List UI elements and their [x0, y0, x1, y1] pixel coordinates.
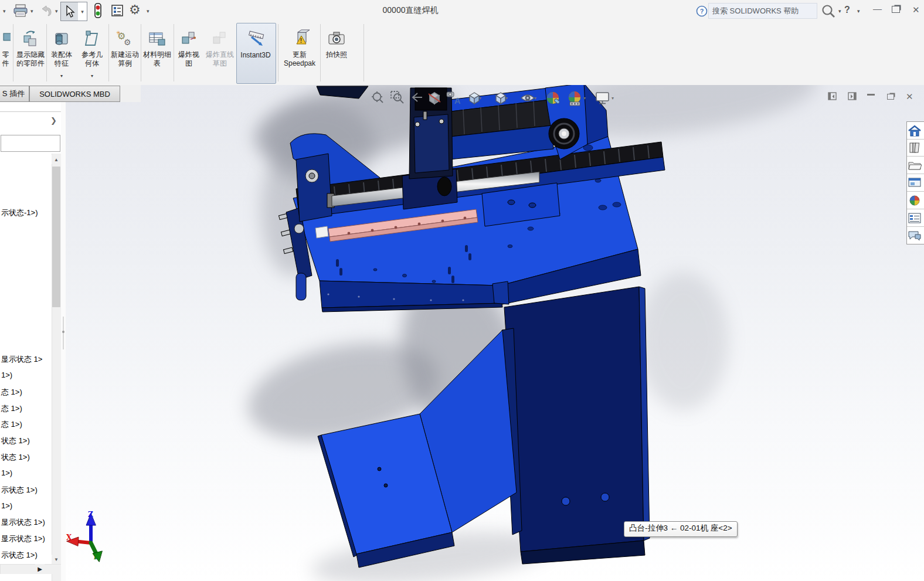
- ribbon-button-exploded-view[interactable]: 爆炸视图: [175, 23, 202, 83]
- feature-tree[interactable]: 示状态-1>)显示状态 1>1>)态 1>)态 1>)态 1>)状态 1>)状态…: [0, 152, 52, 563]
- instant3d-icon: [237, 23, 276, 49]
- explode-line-icon: [205, 23, 235, 49]
- camera-icon: [322, 23, 351, 49]
- scroll-right-arrow[interactable]: ▶: [35, 564, 45, 573]
- dropdown-caret[interactable]: ▾: [77, 72, 107, 80]
- tree-item[interactable]: 显示状态 1>): [1, 534, 45, 544]
- title-bar: ▾ ▾ ▾ ▾ ⚙ ▾ 00000直缝焊机 ? 搜索 SOLIDWORKS 帮助…: [0, 0, 924, 22]
- ribbon-button-bill-of-materials[interactable]: 材料明细表: [142, 23, 172, 83]
- svg-text:?: ?: [700, 8, 704, 15]
- help-menu[interactable]: ?: [844, 5, 850, 15]
- scroll-down-arrow[interactable]: ▼: [52, 555, 61, 564]
- ribbon: 零件 显示隐藏的零部件 装配体特征 ▾ 参考几何体 ▾ ⚙⚙✳ 新建运动算例 材…: [0, 22, 924, 86]
- column-front-face[interactable]: [504, 287, 644, 552]
- feature-manager-panel: ❯ 示状态-1>)显示状态 1>1>)态 1>)态 1>)态 1>)状态 1>)…: [0, 102, 66, 581]
- speedpak-icon: !: [280, 23, 319, 49]
- assembly-feature-icon: [48, 23, 75, 49]
- splitter-grip: [62, 331, 64, 333]
- column-hole: [601, 493, 609, 501]
- tree-item[interactable]: 1>): [1, 501, 12, 510]
- scroll-up-arrow[interactable]: ▲: [52, 155, 61, 164]
- tree-hscrollbar[interactable]: [0, 564, 62, 574]
- tab-solidworks-mbd[interactable]: SOLIDWORKS MBD: [29, 86, 120, 102]
- search-caret[interactable]: ▾: [838, 8, 841, 14]
- reference-geometry-icon: [77, 23, 107, 49]
- view-palette-icon: [907, 194, 922, 207]
- graphics-viewport[interactable]: [66, 85, 924, 581]
- task-pane-forum-tab[interactable]: [907, 227, 924, 244]
- tree-item[interactable]: 态 1>): [1, 419, 22, 430]
- component-icon: [0, 23, 11, 49]
- exploded-view-icon: [175, 23, 202, 49]
- tree-item[interactable]: 状态 1>): [1, 436, 30, 446]
- ribbon-button-reference-geometry[interactable]: 参考几何体 ▾: [77, 23, 107, 83]
- ribbon-button-new-motion-study[interactable]: ⚙⚙✳ 新建运动算例: [110, 23, 140, 83]
- motion-study-icon: ⚙⚙✳: [110, 23, 140, 49]
- tree-item[interactable]: 态 1>): [1, 387, 22, 397]
- carriage-tower: [402, 88, 457, 209]
- bom-table-icon: [142, 23, 172, 49]
- task-pane-view-palette-tab[interactable]: [907, 192, 924, 209]
- ribbon-button-take-snapshot[interactable]: 拍快照: [322, 23, 351, 83]
- minimize-button[interactable]: —: [873, 4, 882, 13]
- ribbon-button-instant3d[interactable]: Instant3D: [236, 23, 276, 84]
- task-pane-custom-properties-tab[interactable]: [907, 209, 924, 227]
- show-hidden-icon: [15, 23, 46, 49]
- tree-item[interactable]: 示状态-1>): [1, 208, 38, 218]
- ribbon-button-show-hidden-components[interactable]: 显示隐藏的零部件: [15, 23, 46, 83]
- column-hole: [562, 497, 570, 505]
- left-sprocket-block: [296, 154, 332, 222]
- tab-addins[interactable]: S 插件: [0, 86, 29, 102]
- custom-properties-icon: [907, 212, 922, 225]
- forum-icon: [907, 229, 922, 242]
- document-tab-row: S 插件 SOLIDWORKS MBD: [0, 85, 141, 102]
- solidworks-resources-icon: [907, 141, 922, 154]
- svg-text:⚙: ⚙: [124, 38, 131, 47]
- help-caret[interactable]: ▾: [857, 8, 860, 14]
- task-pane-resources-tab[interactable]: [907, 139, 924, 157]
- panel-expand-chevron[interactable]: ❯: [50, 116, 60, 125]
- task-pane-home-tab[interactable]: [907, 122, 924, 140]
- svg-text:!: !: [300, 38, 302, 44]
- panel-splitter[interactable]: [61, 102, 66, 581]
- tree-item[interactable]: 显示状态 1>): [1, 517, 45, 528]
- search-input[interactable]: 搜索 SOLIDWORKS 帮助: [708, 3, 817, 19]
- help-circle-icon: ?: [695, 5, 708, 18]
- search-placeholder: 搜索 SOLIDWORKS 帮助: [712, 6, 799, 16]
- vscroll-thumb[interactable]: [52, 167, 60, 307]
- tree-item[interactable]: 态 1>): [1, 403, 22, 414]
- task-pane-file-explorer-tab[interactable]: [907, 174, 924, 192]
- svg-text:✳: ✳: [116, 30, 121, 36]
- tree-item[interactable]: 示状态 1>): [1, 485, 38, 495]
- panel-divider: [0, 111, 61, 112]
- ribbon-button-assembly-features[interactable]: 装配体特征 ▾: [48, 23, 75, 83]
- search-area: ? 搜索 SOLIDWORKS 帮助 ▾: [695, 3, 841, 19]
- search-icon[interactable]: [820, 4, 837, 19]
- tree-item[interactable]: 示状态 1>): [1, 550, 38, 560]
- ribbon-button-update-speedpak[interactable]: ! 更新 Speedpak: [280, 23, 319, 83]
- home-icon: [907, 124, 922, 137]
- dropdown-caret[interactable]: ▾: [48, 72, 75, 80]
- tree-item[interactable]: 显示状态 1>: [1, 354, 42, 365]
- restore-button[interactable]: [892, 6, 900, 13]
- ribbon-button-insert-components[interactable]: 零件: [0, 23, 11, 83]
- file-explorer-icon: [907, 176, 922, 189]
- design-library-icon: [907, 159, 922, 172]
- tree-item[interactable]: 1>): [1, 371, 12, 379]
- tree-item[interactable]: 状态 1>): [1, 452, 30, 463]
- task-pane-design-library-tab[interactable]: [907, 157, 924, 174]
- task-pane-strip: [906, 121, 924, 244]
- assembly-3d-model[interactable]: [66, 85, 924, 581]
- panel-filter-box[interactable]: [1, 135, 60, 152]
- ribbon-button-explode-line-sketch: 爆炸直线草图: [205, 23, 235, 83]
- tree-item[interactable]: 1>): [1, 468, 12, 477]
- close-button[interactable]: ✕: [912, 5, 920, 15]
- splitter-bar: [63, 317, 64, 349]
